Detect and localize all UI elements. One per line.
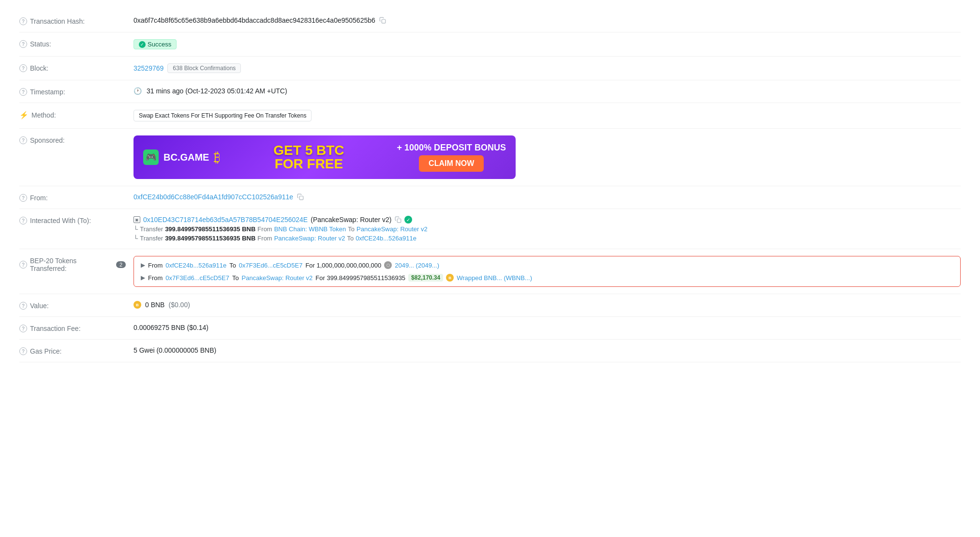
banner-headline1: GET 5 BTC	[273, 144, 344, 157]
interacted-with-value: ▣ 0x10ED43C718714eb63d5aA57B78B54704E256…	[134, 216, 961, 242]
svg-rect-1	[299, 196, 303, 200]
value-label: ? Value:	[19, 301, 126, 310]
timestamp-value: 🕐 31 mins ago (Oct-12-2023 05:01:42 AM +…	[134, 87, 961, 95]
status-row: ? Status: Success	[19, 32, 961, 57]
verified-icon: ✓	[404, 216, 412, 224]
banner-bonus: + 1000% DEPOSIT BONUS	[397, 143, 506, 153]
contract-address-link[interactable]: 0x10ED43C718714eb63d5aA57B78B54704E25602…	[143, 216, 308, 224]
bep20-to-2[interactable]: PancakeSwap: Router v2	[242, 274, 313, 282]
svg-rect-2	[397, 219, 401, 223]
bep20-from-2[interactable]: 0x7F3Ed6...cE5cD5E7	[165, 274, 229, 282]
info-icon: ?	[19, 17, 27, 25]
bep20-token-2[interactable]: Wrapped BNB... (WBNB...)	[457, 274, 532, 282]
timestamp-row: ? Timestamp: 🕐 31 mins ago (Oct-12-2023 …	[19, 80, 961, 103]
sponsored-banner-container[interactable]: 🎮 BC.GAME ₿ GET 5 BTC FOR FREE + 1000% D…	[134, 135, 961, 179]
bep20-box: ▶ From 0xfCE24b...526a911e To 0x7F3Ed6..…	[134, 256, 961, 287]
gas-price-label: ? Gas Price:	[19, 346, 126, 355]
banner-right: + 1000% DEPOSIT BONUS CLAIM NOW	[397, 143, 506, 172]
info-icon-gas: ?	[19, 347, 27, 355]
transfer2-to-link[interactable]: 0xfCE24b...526a911e	[356, 235, 416, 242]
value-row: ? Value: B 0 BNB ($0.00)	[19, 294, 961, 317]
banner-headline2: FOR FREE	[273, 157, 344, 171]
copy-icon[interactable]	[379, 17, 386, 24]
interacted-with-label: ? Interacted With (To):	[19, 216, 126, 224]
block-number-link[interactable]: 32529769	[134, 64, 163, 72]
transfer2-from-link[interactable]: PancakeSwap: Router v2	[274, 235, 345, 242]
from-row: ? From: 0xfCE24b0d6Cc88e0Fd4aA1fd907cCC1…	[19, 186, 961, 209]
bnb-icon-value: B	[134, 301, 141, 309]
transaction-hash-row: ? Transaction Hash: 0xa6f7c4b8f65c65e638…	[19, 10, 961, 32]
contract-row: ▣ 0x10ED43C718714eb63d5aA57B78B54704E256…	[134, 216, 428, 224]
copy-from-icon[interactable]	[297, 194, 304, 200]
method-label: ⚡ Method:	[19, 110, 126, 119]
transfer1-to-link[interactable]: PancakeSwap: Router v2	[356, 225, 428, 233]
value-amount: B 0 BNB ($0.00)	[134, 301, 961, 309]
arrow-icon-1: ▶	[141, 262, 145, 268]
token-icon-1: ⬡	[384, 261, 392, 269]
contract-name: (PancakeSwap: Router v2)	[311, 216, 391, 224]
status-label: ? Status:	[19, 39, 126, 48]
block-confirmations: 638 Block Confirmations	[167, 63, 241, 73]
method-row: ⚡ Method: Swap Exact Tokens For ETH Supp…	[19, 103, 961, 129]
interacted-with-row: ? Interacted With (To): ▣ 0x10ED43C71871…	[19, 209, 961, 249]
bep20-transfer-row-2: ▶ From 0x7F3Ed6...cE5cD5E7 To PancakeSwa…	[141, 274, 953, 282]
claim-now-button[interactable]: CLAIM NOW	[419, 155, 484, 172]
clock-icon: 🕐	[134, 87, 142, 95]
fee-value: 0.00069275 BNB ($0.14)	[134, 324, 961, 331]
info-icon-fee: ?	[19, 325, 27, 332]
info-icon-block: ?	[19, 64, 27, 72]
usd-badge-2: $82,170.34	[408, 274, 443, 282]
contract-icon: ▣	[134, 216, 140, 223]
transfer-row-2: └ Transfer 399.849957985511536935 BNB Fr…	[134, 235, 428, 242]
banner-left: 🎮 BC.GAME ₿	[143, 149, 221, 165]
timestamp-label: ? Timestamp:	[19, 87, 126, 96]
sponsored-banner[interactable]: 🎮 BC.GAME ₿ GET 5 BTC FOR FREE + 1000% D…	[134, 135, 516, 179]
from-label: ? From:	[19, 193, 126, 202]
copy-contract-icon[interactable]	[395, 216, 401, 223]
block-row: ? Block: 32529769 638 Block Confirmation…	[19, 57, 961, 80]
bitcoin-icon: ₿	[214, 149, 221, 165]
method-badge: Swap Exact Tokens For ETH Supporting Fee…	[134, 110, 312, 121]
banner-center: GET 5 BTC FOR FREE	[273, 144, 344, 171]
info-icon-value: ?	[19, 302, 27, 310]
bep20-value: ▶ From 0xfCE24b...526a911e To 0x7F3Ed6..…	[134, 256, 961, 287]
hash-text: 0xa6f7c4b8f65c65e638b9a6ebbd64bdaccadc8d…	[134, 16, 375, 24]
svg-rect-0	[382, 19, 386, 23]
transfer-row-1: └ Transfer 399.849957985511536935 BNB Fr…	[134, 225, 428, 233]
method-value: Swap Exact Tokens For ETH Supporting Fee…	[134, 110, 961, 121]
gas-price-row: ? Gas Price: 5 Gwei (0.000000005 BNB)	[19, 340, 961, 362]
bnb-icon-2: B	[446, 274, 454, 282]
bep20-transfer-row-1: ▶ From 0xfCE24b...526a911e To 0x7F3Ed6..…	[141, 261, 953, 269]
bep20-count: 2	[116, 261, 126, 268]
interacted-details: ▣ 0x10ED43C718714eb63d5aA57B78B54704E256…	[134, 216, 428, 242]
info-icon-bep20: ?	[19, 261, 27, 268]
gas-price-value: 5 Gwei (0.000000005 BNB)	[134, 346, 961, 354]
info-icon-interacted: ?	[19, 217, 27, 224]
transaction-hash-label: ? Transaction Hash:	[19, 16, 126, 25]
lightning-icon: ⚡	[19, 111, 29, 119]
status-value: Success	[134, 39, 961, 49]
sponsored-label: ? Sponsored:	[19, 135, 126, 144]
bc-game-logo-icon: 🎮	[143, 149, 159, 165]
info-icon-sponsored: ?	[19, 136, 27, 144]
info-icon-from: ?	[19, 194, 27, 202]
bep20-label: ? BEP-20 Tokens Transferred: 2	[19, 256, 126, 272]
fee-label: ? Transaction Fee:	[19, 324, 126, 332]
block-value: 32529769 638 Block Confirmations	[134, 63, 961, 73]
bc-game-name: BC.GAME	[163, 152, 209, 163]
sponsored-row: ? Sponsored: 🎮 BC.GAME ₿ GET 5 BTC FOR F…	[19, 129, 961, 186]
from-address-link[interactable]: 0xfCE24b0d6Cc88e0Fd4aA1fd907cCC102526a91…	[134, 193, 293, 201]
block-label: ? Block:	[19, 63, 126, 72]
status-badge: Success	[134, 39, 177, 49]
bep20-token-1[interactable]: 2049... (2049...)	[395, 262, 439, 269]
transaction-hash-value: 0xa6f7c4b8f65c65e638b9a6ebbd64bdaccadc8d…	[134, 16, 961, 24]
fee-row: ? Transaction Fee: 0.00069275 BNB ($0.14…	[19, 317, 961, 340]
bep20-row: ? BEP-20 Tokens Transferred: 2 ▶ From 0x…	[19, 249, 961, 294]
bep20-to-1[interactable]: 0x7F3Ed6...cE5cD5E7	[239, 262, 303, 269]
bep20-from-1[interactable]: 0xfCE24b...526a911e	[165, 262, 226, 269]
info-icon-status: ?	[19, 40, 27, 48]
arrow-icon-2: ▶	[141, 274, 145, 281]
transfer1-from-link[interactable]: BNB Chain: WBNB Token	[274, 225, 346, 233]
info-icon-timestamp: ?	[19, 88, 27, 96]
from-value: 0xfCE24b0d6Cc88e0Fd4aA1fd907cCC102526a91…	[134, 193, 961, 201]
